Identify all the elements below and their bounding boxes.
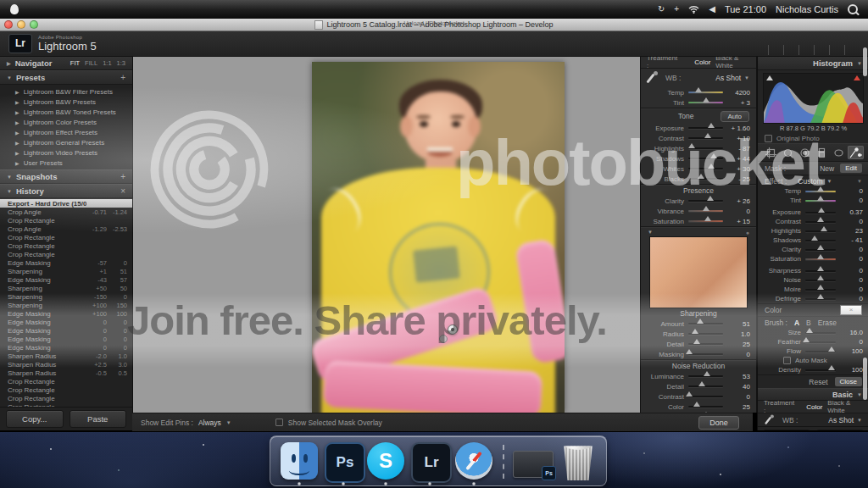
crop-tool-icon[interactable] [763,146,779,159]
edit-pins-value[interactable]: Always [198,419,221,427]
slider-thumb[interactable] [707,196,714,201]
mask-edit-button[interactable]: Edit [840,164,862,173]
slider-thumb[interactable] [695,87,702,92]
slider-track[interactable] [688,92,723,93]
slider[interactable]: Feather0 [758,337,868,347]
preset-folder[interactable]: ▶Lightroom Effect Presets [0,127,132,137]
add-snapshot-icon[interactable]: + [120,172,125,181]
slider-track[interactable] [688,406,723,408]
volume-icon[interactable]: ◀ [709,5,715,14]
brush-b-button[interactable]: B [806,319,811,327]
history-step[interactable]: Sharpening+100150 [0,301,132,309]
history-step[interactable]: Edge Masking00 [0,326,132,335]
shadow-clipping-icon[interactable] [766,75,773,80]
zoom-1-1[interactable]: 1:1 [103,59,111,67]
slider[interactable]: Whites+ 30 [641,164,756,174]
snapshots-header[interactable]: ▼ Snapshots + [0,169,132,184]
slider-thumb[interactable] [703,206,709,211]
paste-button[interactable]: Paste [70,410,127,428]
history-step[interactable]: Crop Rectangle [0,385,132,394]
slider-thumb[interactable] [708,123,715,128]
slider-thumb[interactable] [703,97,709,103]
menubar-user[interactable]: Nicholas Curtis [776,4,838,14]
slider[interactable]: Vibrance0 [641,206,756,216]
menubar-clock[interactable]: Tue 21:00 [725,4,766,14]
slider[interactable]: Clarity+ 26 [641,196,756,206]
slider-track[interactable] [688,200,723,202]
slider[interactable]: Color25 [641,402,756,412]
graduated-filter-icon[interactable] [814,146,830,159]
slider-track[interactable] [688,137,723,139]
slider-thumb[interactable] [817,186,824,191]
history-step[interactable]: Sharpen Radius-0.50.5 [0,369,132,377]
wb-eyedropper-icon[interactable] [765,414,774,425]
slider-thumb[interactable] [693,339,700,344]
slider-thumb[interactable] [704,216,711,221]
slider-track[interactable] [805,351,836,352]
spot-removal-icon[interactable] [780,146,796,159]
dock-safari-icon[interactable] [455,442,492,480]
slider-thumb[interactable] [704,133,711,138]
slider-thumb[interactable] [686,349,693,354]
slider[interactable]: Highlights23 [758,226,868,236]
slider[interactable]: Flow100 [758,347,868,356]
panel-switch-icon[interactable]: ▼ [857,179,862,184]
slider-track[interactable] [805,200,836,202]
treatment-bw-option[interactable]: Black & White [715,56,750,69]
disclosure-triangle-icon[interactable]: ▼ [648,230,653,235]
slider-track[interactable] [688,127,723,129]
brush-a-button[interactable]: A [794,319,799,327]
dock-lightroom-icon[interactable]: Lr [411,442,452,483]
photo[interactable] [312,62,565,413]
zoom-1-3[interactable]: 1:3 [117,59,125,67]
slider-thumb[interactable] [708,164,715,169]
history-step[interactable]: Edge Masking+100100 [0,309,132,318]
slider-track[interactable] [805,369,836,371]
slider-track[interactable] [688,158,723,159]
slider[interactable]: Exposure+ 1.60 [641,123,756,133]
brush-close-button[interactable]: Close [835,377,862,386]
navigator-header[interactable]: ▶ Navigator FIT FILL 1:1 1:3 [0,56,132,70]
effect-value[interactable]: Custom [798,177,822,186]
slider[interactable]: Detail40 [641,381,756,391]
slider[interactable]: Clarity0 [758,245,868,254]
brush-erase-button[interactable]: Erase [818,319,837,327]
reset-adobe-button[interactable]: Reset (Adobe) [816,430,864,430]
window-titlebar[interactable]: Lightroom 5 Catalog.lrcat – Adobe Photos… [0,19,868,31]
slider-track[interactable] [805,240,836,241]
history-step[interactable]: Sharpen Radius-2.01.0 [0,352,132,360]
slider[interactable]: Saturation+ 15 [641,216,756,226]
add-preset-icon[interactable]: + [120,73,125,82]
wb-value[interactable]: As Shot▼ [828,416,862,424]
slider-thumb[interactable] [828,365,835,370]
slider-thumb[interactable] [692,329,698,334]
slider-thumb[interactable] [817,294,824,299]
slider[interactable]: Shadows- 41 [758,236,868,245]
history-step[interactable]: Sharpening-1500 [0,292,132,301]
slider-thumb[interactable] [697,319,704,324]
treatment-bw-option[interactable]: Black & White [827,399,863,414]
copy-button[interactable]: Copy... [6,410,64,428]
sharpening-preview[interactable] [649,236,748,308]
slider-thumb[interactable] [811,236,818,241]
color-swatch[interactable]: × [840,305,862,315]
preset-folder[interactable]: ▶Lightroom B&W Toned Presets [0,107,132,117]
slider[interactable]: Saturation0 [758,254,868,263]
wb-eyedropper-icon[interactable] [648,71,659,85]
slider-track[interactable] [688,333,723,335]
slider[interactable]: Size16.0 [758,328,868,337]
sync-icon[interactable]: ↻ [658,5,665,14]
slider-track[interactable] [688,210,723,212]
slider[interactable]: Temp4200 [641,87,756,97]
wifi-icon[interactable] [688,5,699,14]
slider-thumb[interactable] [698,381,705,386]
slider-track[interactable] [688,147,723,149]
apple-menu-icon[interactable] [10,4,19,14]
history-step[interactable]: Crop Angle-0.71-1.24 [0,208,132,216]
slider-track[interactable] [805,249,836,251]
slider-thumb[interactable] [704,371,710,376]
slider-track[interactable] [688,396,723,397]
slider[interactable]: Shadows+ 44 [641,153,756,164]
slider-track[interactable] [688,102,723,103]
edit-pin-active[interactable] [448,324,458,335]
